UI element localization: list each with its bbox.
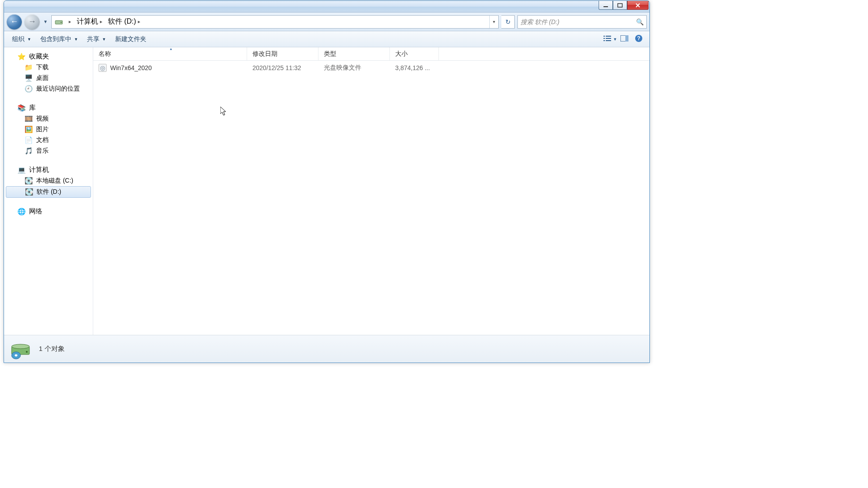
sort-ascending-icon: ▴ [170,46,172,51]
column-label: 修改日期 [252,50,277,58]
chevron-down-icon: ▼ [74,37,78,42]
search-box[interactable]: 🔍 [517,15,647,29]
sidebar-item-drive-d[interactable]: 💽软件 (D:) [6,186,91,198]
chevron-right-icon: ▸ [69,19,71,25]
sidebar-group-libraries: 📚库 🎞️视频 🖼️图片 📄文档 🎵音乐 [4,102,93,156]
address-bar-row: ← → ▼ ▸ 计算机▸ 软件 (D:)▸ ▾ ↻ 🔍 [4,13,649,31]
file-size-cell: 3,874,126 ... [390,64,439,71]
help-icon: ? [635,34,643,44]
sidebar-group-network: 🌐网络 [4,206,93,217]
sidebar-label: 下载 [36,63,49,71]
breadcrumb-label: 计算机 [77,17,98,26]
breadcrumb-root-chevron[interactable]: ▸ [66,16,74,28]
sidebar-item-documents[interactable]: 📄文档 [4,135,93,146]
include-in-library-button[interactable]: 包含到库中▼ [36,33,83,46]
sidebar-group-favorites: ⭐收藏夹 📁下载 🖥️桌面 🕘最近访问的位置 [4,51,93,94]
preview-pane-button[interactable] [617,33,632,46]
breadcrumb-segment-computer[interactable]: 计算机▸ [74,16,105,28]
music-icon: 🎵 [25,147,33,155]
status-bar: 1 个对象 [4,335,649,363]
column-header-date[interactable]: 修改日期 [247,47,318,60]
download-folder-icon: 📁 [25,63,33,71]
column-label: 类型 [324,50,336,58]
computer-icon: 💻 [17,166,25,174]
file-type-cell: 光盘映像文件 [318,64,390,72]
sidebar-item-videos[interactable]: 🎞️视频 [4,113,93,124]
chevron-down-icon: ▼ [27,37,31,42]
file-name-cell: ◎ Win7x64_2020 [93,64,247,72]
chevron-down-icon: ▼ [102,37,106,42]
toolbar: 组织▼ 包含到库中▼ 共享▼ 新建文件夹 ▼ ? [4,31,649,47]
column-header-type[interactable]: 类型 [318,47,390,60]
sidebar-item-desktop[interactable]: 🖥️桌面 [4,73,93,83]
drive-icon [54,17,64,27]
drive-icon: 💽 [25,177,33,185]
content-area: ⭐收藏夹 📁下载 🖥️桌面 🕘最近访问的位置 📚库 🎞️视频 🖼️图片 📄文档 … [4,47,649,335]
status-text: 1 个对象 [39,345,65,353]
nav-back-button[interactable]: ← [7,14,22,29]
sidebar-header-libraries[interactable]: 📚库 [4,102,93,113]
view-options-button[interactable]: ▼ [603,33,617,46]
network-icon: 🌐 [17,208,25,216]
column-label: 名称 [99,50,111,58]
svg-point-15 [12,344,29,349]
toolbar-label: 共享 [87,35,99,43]
breadcrumb-bar[interactable]: ▸ 计算机▸ 软件 (D:)▸ ▾ [51,15,499,29]
nav-forward-button[interactable]: → [25,14,40,29]
svg-rect-0 [603,6,608,7]
sidebar-label: 计算机 [29,166,49,174]
file-name: Win7x64_2020 [110,64,152,71]
help-button[interactable]: ? [632,33,646,46]
sidebar-item-downloads[interactable]: 📁下载 [4,62,93,73]
sidebar-item-music[interactable]: 🎵音乐 [4,146,93,156]
sidebar-item-recent[interactable]: 🕘最近访问的位置 [4,83,93,94]
sidebar-label: 图片 [36,125,49,133]
chevron-right-icon: ▸ [138,19,141,25]
svg-rect-1 [618,4,622,7]
library-icon: 📚 [17,104,25,112]
share-button[interactable]: 共享▼ [83,33,111,46]
svg-rect-8 [603,40,605,41]
svg-rect-4 [603,36,605,37]
refresh-button[interactable]: ↻ [501,15,515,29]
search-input[interactable] [521,18,636,25]
minimize-button[interactable] [599,1,613,10]
column-headers: 名称 ▴ 修改日期 类型 大小 [93,47,649,61]
sidebar-item-drive-c[interactable]: 💽本地磁盘 (C:) [4,175,93,186]
sidebar-label: 收藏夹 [29,52,49,61]
titlebar [4,1,649,13]
window-controls [599,1,649,10]
svg-rect-9 [606,40,611,41]
chevron-right-icon: ▸ [100,19,103,25]
file-row[interactable]: ◎ Win7x64_2020 2020/12/25 11:32 光盘映像文件 3… [93,61,649,75]
breadcrumb-history-dropdown[interactable]: ▾ [489,16,498,28]
sidebar-label: 软件 (D:) [37,188,61,196]
breadcrumb-segment-drive[interactable]: 软件 (D:)▸ [105,16,143,28]
file-type: 光盘映像文件 [324,64,361,72]
drive-large-icon [9,338,32,360]
navigation-pane: ⭐收藏夹 📁下载 🖥️桌面 🕘最近访问的位置 📚库 🎞️视频 🖼️图片 📄文档 … [4,47,93,335]
sidebar-item-pictures[interactable]: 🖼️图片 [4,124,93,135]
search-icon: 🔍 [636,18,644,25]
column-header-name[interactable]: 名称 ▴ [93,47,247,60]
sidebar-header-computer[interactable]: 💻计算机 [4,164,93,175]
svg-rect-6 [603,38,605,39]
preview-pane-icon [620,35,628,43]
nav-history-dropdown[interactable]: ▼ [42,19,49,24]
column-header-size[interactable]: 大小 [390,47,439,60]
new-folder-button[interactable]: 新建文件夹 [111,33,151,46]
file-size: 3,874,126 ... [395,64,430,71]
organize-button[interactable]: 组织▼ [8,33,36,46]
drive-icon: 💽 [25,188,33,196]
svg-rect-7 [606,38,611,39]
sidebar-header-favorites[interactable]: ⭐收藏夹 [4,51,93,62]
breadcrumb-label: 软件 (D:) [108,17,136,26]
maximize-button[interactable] [613,1,627,10]
sidebar-label: 网络 [29,207,42,216]
sidebar-label: 桌面 [36,74,49,82]
close-button[interactable] [627,1,649,10]
arrow-left-icon: ← [10,17,18,26]
explorer-window: ← → ▼ ▸ 计算机▸ 软件 (D:)▸ ▾ ↻ 🔍 组织▼ 包含到库中▼ 共… [4,0,650,363]
sidebar-header-network[interactable]: 🌐网络 [4,206,93,217]
documents-icon: 📄 [25,136,33,144]
